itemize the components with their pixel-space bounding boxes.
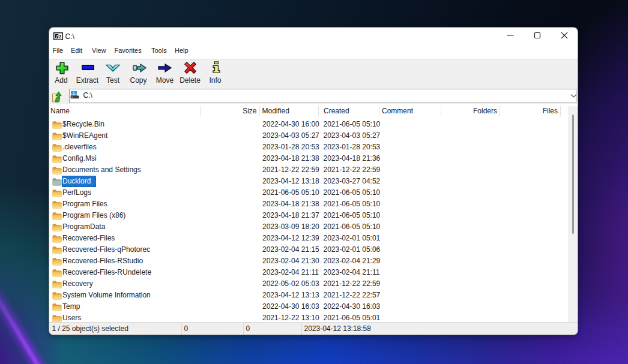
svg-text:7: 7 [55,34,58,39]
svg-text:z: z [59,34,61,40]
